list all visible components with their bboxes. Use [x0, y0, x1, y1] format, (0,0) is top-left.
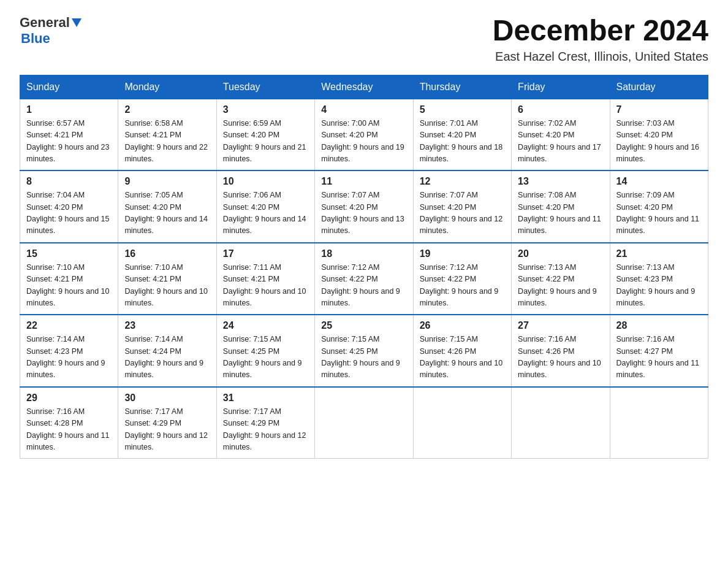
day-number: 30	[124, 393, 210, 404]
calendar-cell: 8 Sunrise: 7:04 AMSunset: 4:20 PMDayligh…	[20, 170, 118, 243]
day-info: Sunrise: 7:13 AMSunset: 4:23 PMDaylight:…	[616, 263, 696, 307]
day-info: Sunrise: 7:13 AMSunset: 4:22 PMDaylight:…	[518, 263, 597, 307]
calendar-cell: 11 Sunrise: 7:07 AMSunset: 4:20 PMDaylig…	[315, 170, 413, 243]
day-number: 16	[124, 248, 210, 259]
day-info: Sunrise: 7:16 AMSunset: 4:28 PMDaylight:…	[26, 407, 110, 451]
day-number: 23	[124, 320, 210, 331]
calendar-week-row: 29 Sunrise: 7:16 AMSunset: 4:28 PMDaylig…	[20, 387, 708, 459]
day-number: 20	[518, 248, 603, 259]
month-title: December 2024	[493, 15, 708, 47]
day-number: 29	[26, 393, 112, 404]
day-info: Sunrise: 7:02 AMSunset: 4:20 PMDaylight:…	[518, 119, 601, 163]
calendar-cell: 12 Sunrise: 7:07 AMSunset: 4:20 PMDaylig…	[413, 170, 511, 243]
day-number: 11	[321, 176, 406, 187]
day-number: 2	[124, 104, 210, 115]
day-number: 15	[26, 248, 112, 259]
weekday-header-wednesday: Wednesday	[315, 75, 413, 99]
calendar-cell: 10 Sunrise: 7:06 AMSunset: 4:20 PMDaylig…	[216, 170, 314, 243]
day-number: 17	[223, 248, 308, 259]
day-info: Sunrise: 7:05 AMSunset: 4:20 PMDaylight:…	[124, 191, 208, 235]
calendar-cell: 15 Sunrise: 7:10 AMSunset: 4:21 PMDaylig…	[20, 243, 118, 315]
calendar-cell: 21 Sunrise: 7:13 AMSunset: 4:23 PMDaylig…	[610, 243, 708, 315]
day-number: 24	[223, 320, 308, 331]
day-info: Sunrise: 6:59 AMSunset: 4:20 PMDaylight:…	[223, 119, 306, 163]
day-number: 25	[321, 320, 406, 331]
calendar-cell: 1 Sunrise: 6:57 AMSunset: 4:21 PMDayligh…	[20, 99, 118, 170]
day-number: 10	[223, 176, 308, 187]
weekday-header-tuesday: Tuesday	[216, 75, 314, 99]
day-info: Sunrise: 7:03 AMSunset: 4:20 PMDaylight:…	[616, 119, 700, 163]
calendar-cell: 3 Sunrise: 6:59 AMSunset: 4:20 PMDayligh…	[216, 99, 314, 170]
logo-blue-text: Blue	[21, 31, 50, 46]
day-info: Sunrise: 7:12 AMSunset: 4:22 PMDaylight:…	[321, 263, 400, 307]
day-info: Sunrise: 7:15 AMSunset: 4:25 PMDaylight:…	[321, 335, 400, 379]
calendar-cell: 28 Sunrise: 7:16 AMSunset: 4:27 PMDaylig…	[610, 315, 708, 387]
weekday-header-friday: Friday	[512, 75, 610, 99]
calendar-cell: 5 Sunrise: 7:01 AMSunset: 4:20 PMDayligh…	[413, 99, 511, 170]
day-number: 8	[26, 176, 112, 187]
title-block: December 2024 East Hazel Crest, Illinois…	[493, 15, 708, 64]
calendar-cell: 23 Sunrise: 7:14 AMSunset: 4:24 PMDaylig…	[118, 315, 216, 387]
day-info: Sunrise: 7:17 AMSunset: 4:29 PMDaylight:…	[124, 407, 208, 451]
calendar-week-row: 1 Sunrise: 6:57 AMSunset: 4:21 PMDayligh…	[20, 99, 708, 170]
calendar-week-row: 22 Sunrise: 7:14 AMSunset: 4:23 PMDaylig…	[20, 315, 708, 387]
day-info: Sunrise: 7:10 AMSunset: 4:21 PMDaylight:…	[124, 263, 208, 307]
calendar-table: SundayMondayTuesdayWednesdayThursdayFrid…	[20, 75, 708, 459]
day-info: Sunrise: 7:16 AMSunset: 4:26 PMDaylight:…	[518, 335, 601, 379]
day-number: 9	[124, 176, 210, 187]
day-number: 28	[616, 320, 702, 331]
calendar-cell	[413, 387, 511, 459]
calendar-cell: 13 Sunrise: 7:08 AMSunset: 4:20 PMDaylig…	[512, 170, 610, 243]
svg-marker-0	[72, 18, 82, 27]
calendar-cell: 27 Sunrise: 7:16 AMSunset: 4:26 PMDaylig…	[512, 315, 610, 387]
day-info: Sunrise: 7:10 AMSunset: 4:21 PMDaylight:…	[26, 263, 110, 307]
day-number: 22	[26, 320, 112, 331]
day-info: Sunrise: 7:06 AMSunset: 4:20 PMDaylight:…	[223, 191, 306, 235]
day-number: 6	[518, 104, 603, 115]
calendar-week-row: 15 Sunrise: 7:10 AMSunset: 4:21 PMDaylig…	[20, 243, 708, 315]
page-header: General Blue December 2024 East Hazel Cr…	[20, 15, 708, 64]
calendar-cell: 22 Sunrise: 7:14 AMSunset: 4:23 PMDaylig…	[20, 315, 118, 387]
day-info: Sunrise: 7:07 AMSunset: 4:20 PMDaylight:…	[321, 191, 404, 235]
day-number: 13	[518, 176, 603, 187]
calendar-cell: 16 Sunrise: 7:10 AMSunset: 4:21 PMDaylig…	[118, 243, 216, 315]
day-info: Sunrise: 7:16 AMSunset: 4:27 PMDaylight:…	[616, 335, 700, 379]
day-number: 4	[321, 104, 406, 115]
day-info: Sunrise: 7:09 AMSunset: 4:20 PMDaylight:…	[616, 191, 700, 235]
day-number: 27	[518, 320, 603, 331]
day-number: 19	[420, 248, 505, 259]
calendar-cell: 6 Sunrise: 7:02 AMSunset: 4:20 PMDayligh…	[512, 99, 610, 170]
day-info: Sunrise: 7:08 AMSunset: 4:20 PMDaylight:…	[518, 191, 601, 235]
calendar-cell: 25 Sunrise: 7:15 AMSunset: 4:25 PMDaylig…	[315, 315, 413, 387]
logo: General Blue	[20, 15, 82, 47]
weekday-header-monday: Monday	[118, 75, 216, 99]
day-info: Sunrise: 7:00 AMSunset: 4:20 PMDaylight:…	[321, 119, 404, 163]
day-number: 3	[223, 104, 308, 115]
calendar-cell: 17 Sunrise: 7:11 AMSunset: 4:21 PMDaylig…	[216, 243, 314, 315]
calendar-cell: 9 Sunrise: 7:05 AMSunset: 4:20 PMDayligh…	[118, 170, 216, 243]
calendar-cell	[315, 387, 413, 459]
calendar-cell: 24 Sunrise: 7:15 AMSunset: 4:25 PMDaylig…	[216, 315, 314, 387]
calendar-cell	[512, 387, 610, 459]
weekday-header-thursday: Thursday	[413, 75, 511, 99]
logo-general-text: General	[20, 15, 70, 31]
day-number: 21	[616, 248, 702, 259]
day-number: 12	[420, 176, 505, 187]
logo-triangle-icon	[72, 18, 82, 31]
day-info: Sunrise: 7:01 AMSunset: 4:20 PMDaylight:…	[420, 119, 503, 163]
calendar-cell: 4 Sunrise: 7:00 AMSunset: 4:20 PMDayligh…	[315, 99, 413, 170]
day-number: 5	[420, 104, 505, 115]
weekday-header-sunday: Sunday	[20, 75, 118, 99]
day-number: 31	[223, 393, 308, 404]
day-number: 7	[616, 104, 702, 115]
calendar-week-row: 8 Sunrise: 7:04 AMSunset: 4:20 PMDayligh…	[20, 170, 708, 243]
day-info: Sunrise: 7:07 AMSunset: 4:20 PMDaylight:…	[420, 191, 503, 235]
calendar-cell: 26 Sunrise: 7:15 AMSunset: 4:26 PMDaylig…	[413, 315, 511, 387]
day-number: 14	[616, 176, 702, 187]
day-info: Sunrise: 7:11 AMSunset: 4:21 PMDaylight:…	[223, 263, 306, 307]
location-title: East Hazel Crest, Illinois, United State…	[493, 50, 708, 64]
calendar-cell: 14 Sunrise: 7:09 AMSunset: 4:20 PMDaylig…	[610, 170, 708, 243]
calendar-cell	[610, 387, 708, 459]
day-number: 18	[321, 248, 406, 259]
day-number: 26	[420, 320, 505, 331]
